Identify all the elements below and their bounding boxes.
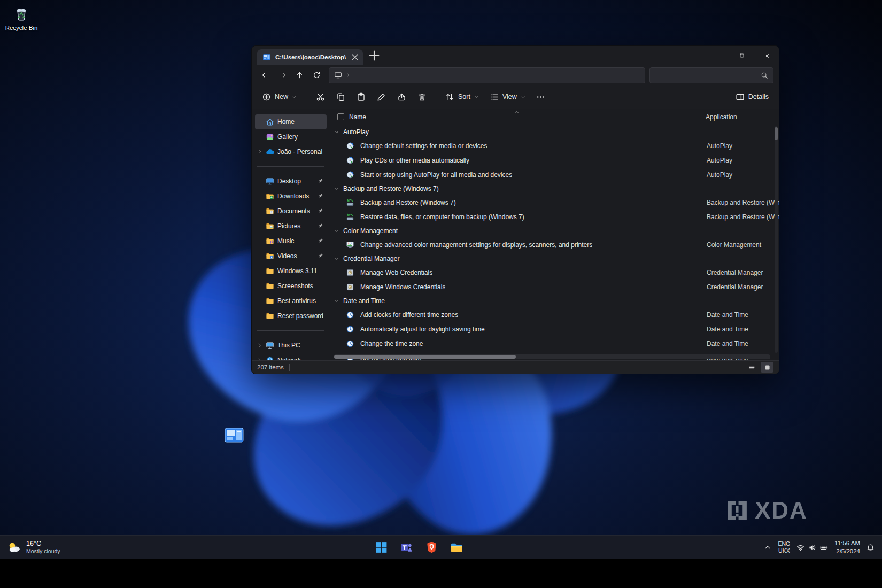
taskbar-app-file-explorer[interactable] <box>446 537 468 558</box>
volume-icon[interactable] <box>808 544 816 552</box>
rename-button[interactable] <box>372 88 391 105</box>
share-button[interactable] <box>392 88 411 105</box>
sidebar-item-documents[interactable]: Documents <box>255 204 327 219</box>
list-item[interactable]: Change advanced color management setting… <box>331 237 779 252</box>
chevron-down-icon[interactable] <box>334 228 339 234</box>
list-item[interactable]: Change the time zoneDate and Time <box>331 336 779 351</box>
list-item[interactable]: Play CDs or other media automaticallyAut… <box>331 153 779 167</box>
list-item[interactable]: Change default settings for media or dev… <box>331 138 779 153</box>
search-input[interactable] <box>655 72 761 79</box>
group-header-autoplay[interactable]: AutoPlay <box>331 125 779 138</box>
explorer-tab[interactable]: C:\Users\joaoc\Desktop\GodM <box>257 49 363 65</box>
delete-button[interactable] <box>412 88 431 105</box>
pictures-icon <box>266 222 274 230</box>
group-header-credential-manager[interactable]: Credential Manager <box>331 252 779 265</box>
clock[interactable]: 11:56 AM 2/5/2024 <box>834 539 860 555</box>
sidebar-item-home[interactable]: Home <box>255 114 327 129</box>
sidebar-item-best-antivirus[interactable]: Best antivirus <box>255 293 327 308</box>
sidebar-item-this-pc[interactable]: This PC <box>255 338 327 353</box>
group-name: Date and Time <box>343 297 385 305</box>
list-item[interactable]: Manage Web CredentialsCredential Manager <box>331 265 779 280</box>
titlebar[interactable]: C:\Users\joaoc\Desktop\GodM <box>252 46 779 65</box>
chevron-right-icon[interactable] <box>257 343 262 348</box>
chevron-down-icon[interactable] <box>334 129 339 135</box>
maximize-button[interactable] <box>730 46 754 65</box>
sort-button[interactable]: Sort <box>440 88 484 105</box>
sidebar-item-network[interactable]: Network <box>255 353 327 360</box>
weather-widget[interactable]: 16°C Mostly cloudy <box>0 536 68 559</box>
folder-icon <box>266 282 274 290</box>
sidebar-item-screenshots[interactable]: Screenshots <box>255 278 327 293</box>
notifications-bell-icon[interactable] <box>866 544 875 552</box>
taskbar-app-start[interactable] <box>371 537 392 558</box>
tab-close-icon[interactable] <box>350 52 360 62</box>
chevron-right-icon[interactable] <box>257 149 262 154</box>
sidebar-item-gallery[interactable]: Gallery <box>255 129 327 144</box>
search-box[interactable] <box>649 67 773 83</box>
battery-icon[interactable] <box>820 544 828 552</box>
weather-temp: 16°C <box>26 540 60 548</box>
sidebar-item-desktop[interactable]: Desktop <box>255 174 327 189</box>
new-icon <box>262 92 271 102</box>
details-view-toggle[interactable] <box>745 362 758 373</box>
list-item[interactable]: Manage Windows CredentialsCredential Man… <box>331 280 779 294</box>
taskbar-app-brave[interactable] <box>421 537 443 558</box>
chevron-down-icon[interactable] <box>334 256 339 261</box>
list-item[interactable]: Add clocks for different time zonesDate … <box>331 307 779 322</box>
list-item[interactable]: Start or stop using AutoPlay for all med… <box>331 167 779 182</box>
back-button[interactable] <box>257 67 273 83</box>
godmode-shortcut[interactable] <box>223 428 245 444</box>
cut-button[interactable] <box>311 88 330 105</box>
column-name[interactable]: Name <box>349 113 366 121</box>
sidebar-item-videos[interactable]: Videos <box>255 249 327 264</box>
list-item[interactable]: Automatically adjust for daylight saving… <box>331 322 779 336</box>
new-tab-button[interactable] <box>367 49 381 63</box>
column-application[interactable]: Application <box>706 113 737 121</box>
breadcrumb-chevron-icon[interactable] <box>346 73 351 78</box>
recycle-bin-shortcut[interactable]: Recycle Bin <box>1 4 42 31</box>
more-options-button[interactable] <box>531 88 551 105</box>
search-icon[interactable] <box>761 72 768 79</box>
new-button[interactable]: New <box>257 88 301 105</box>
address-bar[interactable] <box>329 67 645 83</box>
forward-button[interactable] <box>274 67 290 83</box>
group-header-date-and-time[interactable]: Date and Time <box>331 294 779 307</box>
list-item[interactable]: Restore data, files, or computer from ba… <box>331 210 779 224</box>
item-application: Credential Manager <box>707 283 763 291</box>
large-icons-view-toggle[interactable] <box>761 362 773 373</box>
sidebar-item-music[interactable]: Music <box>255 234 327 249</box>
taskbar-app-teams[interactable] <box>396 537 417 558</box>
chevron-down-icon[interactable] <box>334 298 339 304</box>
minimize-button[interactable] <box>705 46 730 65</box>
recycle-bin-label: Recycle Bin <box>5 25 38 31</box>
up-button[interactable] <box>291 67 307 83</box>
item-name: Backup and Restore (Windows 7) <box>360 199 456 206</box>
sidebar-item-pictures[interactable]: Pictures <box>255 219 327 234</box>
sidebar-item-reset-password[interactable]: Reset password <box>255 308 327 323</box>
horizontal-scrollbar-thumb[interactable] <box>334 355 516 359</box>
sidebar-item-downloads[interactable]: Downloads <box>255 189 327 204</box>
refresh-button[interactable] <box>308 67 324 83</box>
item-name: Change default settings for media or dev… <box>360 142 487 150</box>
sidebar-item-windows-3-11[interactable]: Windows 3.11 <box>255 264 327 278</box>
details-button[interactable]: Details <box>731 88 773 105</box>
view-icon <box>490 92 499 102</box>
horizontal-scrollbar[interactable] <box>334 354 770 359</box>
window-controls <box>705 46 779 65</box>
vertical-scrollbar-thumb[interactable] <box>775 127 778 140</box>
wifi-icon[interactable] <box>796 544 804 552</box>
group-header-backup-and-restore-windows-7[interactable]: Backup and Restore (Windows 7) <box>331 182 779 195</box>
select-all-checkbox[interactable] <box>337 113 344 120</box>
tray-status-icons[interactable] <box>796 544 828 552</box>
paste-button[interactable] <box>351 88 370 105</box>
list-item[interactable]: Backup and Restore (Windows 7)Backup and… <box>331 195 779 210</box>
vertical-scrollbar[interactable] <box>775 126 778 353</box>
tray-overflow-chevron-icon[interactable] <box>764 544 771 551</box>
copy-button[interactable] <box>331 88 350 105</box>
chevron-down-icon[interactable] <box>334 186 339 191</box>
close-button[interactable] <box>754 46 779 65</box>
view-button[interactable]: View <box>485 88 530 105</box>
group-header-color-management[interactable]: Color Management <box>331 224 779 237</box>
language-indicator[interactable]: ENG UKX <box>778 540 790 554</box>
sidebar-item-jo-o-personal[interactable]: João - Personal <box>255 144 327 159</box>
